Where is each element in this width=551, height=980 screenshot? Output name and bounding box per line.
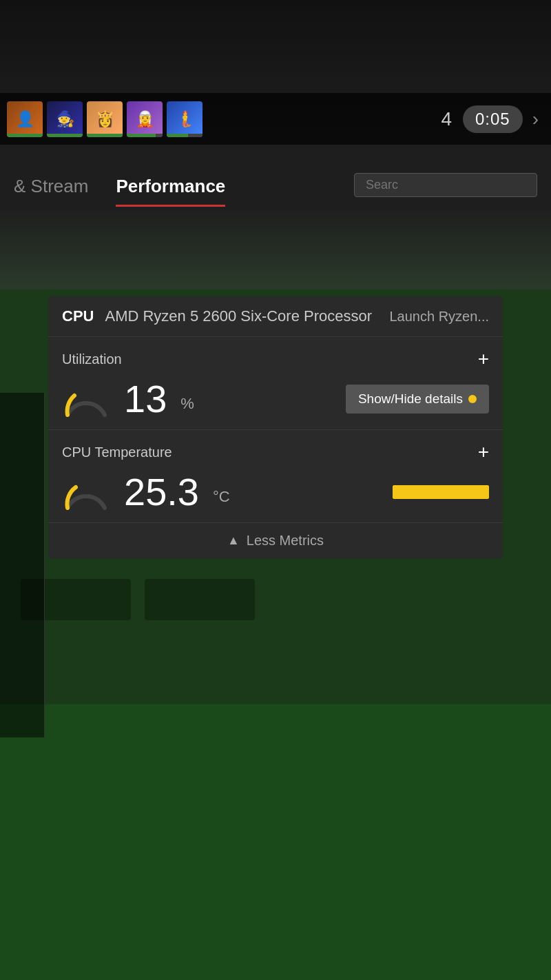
utilization-gauge bbox=[62, 380, 110, 418]
strip-timer: 0:05 bbox=[463, 105, 523, 133]
character-strip: 👤 🧙 👸 🧝 🧜 4 0:05 › bbox=[0, 93, 551, 145]
bottom-area bbox=[0, 579, 551, 620]
chevron-up-icon: ▲ bbox=[227, 533, 240, 548]
lower-background bbox=[0, 704, 551, 980]
less-metrics-label: Less Metrics bbox=[247, 533, 324, 549]
temperature-gauge bbox=[62, 473, 110, 511]
left-panel bbox=[0, 393, 45, 737]
temperature-bar bbox=[393, 485, 489, 499]
separator-area bbox=[0, 207, 551, 289]
tab-performance[interactable]: Performance bbox=[116, 176, 225, 207]
utilization-body: 13 % Show/Hide details bbox=[62, 380, 489, 418]
utilization-value: 13 bbox=[124, 380, 167, 418]
avatar-1: 👤 bbox=[7, 101, 43, 137]
cpu-name: AMD Ryzen 5 2600 Six-Core Processor bbox=[105, 307, 378, 325]
cpu-header: CPU AMD Ryzen 5 2600 Six-Core Processor … bbox=[48, 296, 503, 337]
avatar-3: 👸 bbox=[87, 101, 123, 137]
temperature-unit: °C bbox=[213, 488, 230, 511]
show-hide-button[interactable]: Show/Hide details bbox=[346, 385, 489, 414]
content-area: CPU AMD Ryzen 5 2600 Six-Core Processor … bbox=[0, 296, 551, 558]
strip-arrow-icon: › bbox=[527, 108, 544, 130]
temperature-bar-area bbox=[244, 485, 489, 499]
avatar-5: 🧜 bbox=[167, 101, 202, 137]
utilization-title: Utilization bbox=[62, 351, 470, 367]
avatar-2: 🧙 bbox=[47, 101, 83, 137]
temperature-body: 25.3 °C bbox=[62, 473, 489, 511]
less-metrics-button[interactable]: ▲ Less Metrics bbox=[48, 523, 503, 558]
utilization-add-button[interactable]: + bbox=[478, 348, 489, 370]
avatar-4: 🧝 bbox=[127, 101, 163, 137]
temperature-add-button[interactable]: + bbox=[478, 441, 489, 463]
utilization-section: Utilization + 13 % Show/Hide bbox=[48, 337, 503, 430]
search-input[interactable] bbox=[354, 173, 537, 197]
strip-number: 4 bbox=[434, 108, 459, 130]
bottom-card-2 bbox=[145, 579, 255, 620]
temperature-title: CPU Temperature bbox=[62, 445, 470, 460]
top-game-area: 👤 🧙 👸 🧝 🧜 4 0:05 › bbox=[0, 0, 551, 145]
show-hide-dot bbox=[468, 395, 477, 403]
utilization-right: Show/Hide details bbox=[208, 385, 489, 414]
temperature-header: CPU Temperature + bbox=[62, 441, 489, 463]
cpu-launch-button[interactable]: Launch Ryzen... bbox=[389, 309, 489, 325]
nav-bar: & Stream Performance bbox=[0, 145, 551, 207]
temperature-section: CPU Temperature + 25.3 °C bbox=[48, 430, 503, 523]
utilization-header: Utilization + bbox=[62, 348, 489, 370]
temperature-value: 25.3 bbox=[124, 473, 199, 511]
cpu-card: CPU AMD Ryzen 5 2600 Six-Core Processor … bbox=[48, 296, 503, 558]
utilization-unit: % bbox=[180, 395, 194, 418]
cpu-label: CPU bbox=[62, 307, 94, 325]
tab-stream[interactable]: & Stream bbox=[14, 176, 88, 207]
